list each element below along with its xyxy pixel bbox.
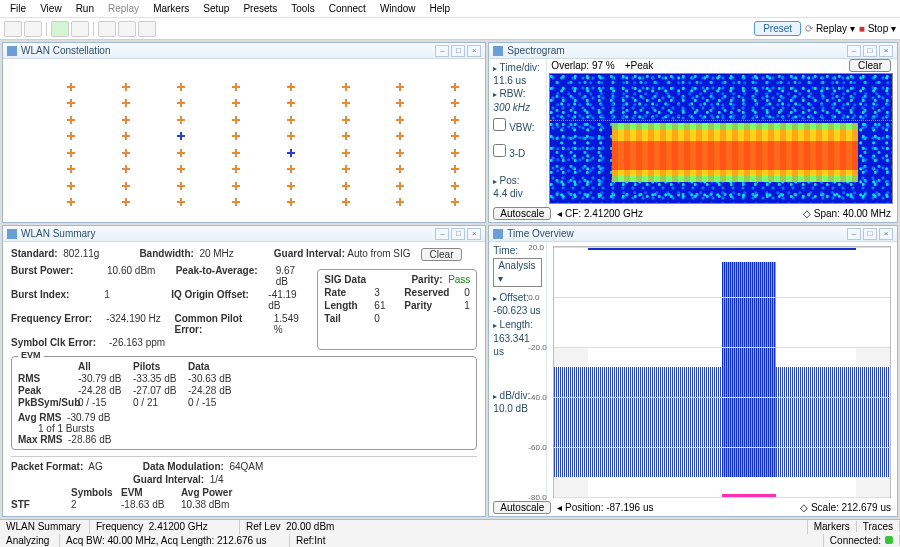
- 3d-checkbox[interactable]: [493, 144, 506, 157]
- menu-view[interactable]: View: [34, 2, 68, 15]
- constellation-point: [287, 116, 295, 124]
- constellation-point: [232, 83, 240, 91]
- constellation-point: [232, 149, 240, 157]
- constellation-point: [232, 132, 240, 140]
- panel-time-overview: Time Overview – □ × Time: Analysis ▾ ▸ O…: [488, 225, 898, 517]
- traces-button[interactable]: Traces: [857, 521, 900, 532]
- constellation-point: [232, 182, 240, 190]
- constellation-point: [396, 116, 404, 124]
- status-acq: Acq BW: 40.00 MHz, Acq Length: 212.676 u…: [60, 534, 290, 548]
- tool-save-icon[interactable]: [24, 21, 42, 37]
- status-wlan[interactable]: WLAN Summary: [0, 520, 90, 534]
- tool-zoom-icon[interactable]: [138, 21, 156, 37]
- constellation-point: [177, 165, 185, 173]
- time-select[interactable]: Analysis ▾: [493, 258, 542, 287]
- panel-max-icon[interactable]: □: [451, 228, 465, 240]
- constellation-point: [67, 83, 75, 91]
- panel-max-icon[interactable]: □: [863, 228, 877, 240]
- constellation-point: [122, 149, 130, 157]
- constellation-point: [342, 149, 350, 157]
- menu-file[interactable]: File: [4, 2, 32, 15]
- constellation-point: [67, 149, 75, 157]
- overlap-label: Overlap: 97 %: [551, 60, 614, 71]
- menu-help[interactable]: Help: [423, 2, 456, 15]
- panel-max-icon[interactable]: □: [451, 45, 465, 57]
- constellation-point: [396, 132, 404, 140]
- timeov-sidebar: Time: Analysis ▾ ▸ Offset: -60.623 us ▸ …: [489, 242, 547, 516]
- panel-close-icon[interactable]: ×: [879, 45, 893, 57]
- constellation-point: [232, 165, 240, 173]
- markers-button[interactable]: Markers: [808, 521, 857, 532]
- panel-title: WLAN Summary: [21, 228, 95, 239]
- preset-button[interactable]: Preset: [754, 21, 801, 36]
- timeov-autoscale-button[interactable]: Autoscale: [493, 501, 551, 514]
- panel-min-icon[interactable]: –: [435, 45, 449, 57]
- panel-close-icon[interactable]: ×: [467, 228, 481, 240]
- constellation-point: [451, 149, 459, 157]
- constellation-point: [122, 198, 130, 206]
- tool-pause-icon[interactable]: [71, 21, 89, 37]
- spectrogram-plot[interactable]: [549, 73, 893, 204]
- replay-button[interactable]: ⟳ Replay ▾: [805, 23, 855, 34]
- constellation-point: [122, 116, 130, 124]
- panel-min-icon[interactable]: –: [435, 228, 449, 240]
- panel-min-icon[interactable]: –: [847, 228, 861, 240]
- menu-tools[interactable]: Tools: [285, 2, 320, 15]
- constellation-point: [67, 165, 75, 173]
- constellation-point: [177, 116, 185, 124]
- constellation-point: [451, 182, 459, 190]
- tool-run-icon[interactable]: [51, 21, 69, 37]
- constellation-point: [177, 182, 185, 190]
- constellation-point: [451, 132, 459, 140]
- panel-close-icon[interactable]: ×: [467, 45, 481, 57]
- spectro-clear-button[interactable]: Clear: [849, 59, 891, 72]
- panel-min-icon[interactable]: –: [847, 45, 861, 57]
- constellation-point: [396, 182, 404, 190]
- constellation-point: [177, 149, 185, 157]
- constellation-point: [287, 182, 295, 190]
- peak-label: +Peak: [625, 60, 654, 71]
- constellation-point: [396, 198, 404, 206]
- constellation-point: [232, 198, 240, 206]
- constellation-point: [177, 83, 185, 91]
- status-connected: Connected:: [824, 535, 900, 546]
- panel-close-icon[interactable]: ×: [879, 228, 893, 240]
- vbw-checkbox[interactable]: [493, 118, 506, 131]
- constellation-point: [122, 83, 130, 91]
- status-analyzing: Analyzing: [0, 534, 60, 548]
- constellation-point: [177, 198, 185, 206]
- tool-trace-icon[interactable]: [118, 21, 136, 37]
- menu-replay[interactable]: Replay: [102, 2, 145, 15]
- time-overview-plot[interactable]: 20.00.0-20.0-40.0-60.0-80.0: [553, 246, 891, 498]
- tool-open-icon[interactable]: [4, 21, 22, 37]
- menu-run[interactable]: Run: [70, 2, 100, 15]
- menu-markers[interactable]: Markers: [147, 2, 195, 15]
- toolbar: Preset ⟳ Replay ▾ ■ Stop ▾: [0, 18, 900, 40]
- summary-clear-button[interactable]: Clear: [421, 248, 463, 261]
- y-tick-label: 20.0: [528, 243, 544, 252]
- constellation-point: [67, 132, 75, 140]
- constellation-point: [451, 165, 459, 173]
- panel-max-icon[interactable]: □: [863, 45, 877, 57]
- menu-window[interactable]: Window: [374, 2, 422, 15]
- constellation-point: [451, 83, 459, 91]
- constellation-point: [122, 99, 130, 107]
- panel-title: Time Overview: [507, 228, 573, 239]
- constellation-point: [287, 198, 295, 206]
- constellation-point: [287, 165, 295, 173]
- constellation-point: [67, 99, 75, 107]
- menu-connect[interactable]: Connect: [323, 2, 372, 15]
- constellation-point: [287, 149, 295, 157]
- panel-icon: [493, 229, 503, 239]
- menu-bar: File View Run Replay Markers Setup Prese…: [0, 0, 900, 18]
- constellation-point: [342, 83, 350, 91]
- panel-spectrogram: Spectrogram – □ × ▸ Time/div: 11.6 us ▸ …: [488, 42, 898, 223]
- stop-button[interactable]: ■ Stop ▾: [859, 23, 896, 34]
- menu-setup[interactable]: Setup: [197, 2, 235, 15]
- tool-marker-icon[interactable]: [98, 21, 116, 37]
- constellation-plot[interactable]: [7, 63, 481, 218]
- spectro-autoscale-button[interactable]: Autoscale: [493, 207, 551, 220]
- constellation-point: [342, 165, 350, 173]
- menu-presets[interactable]: Presets: [237, 2, 283, 15]
- constellation-point: [232, 116, 240, 124]
